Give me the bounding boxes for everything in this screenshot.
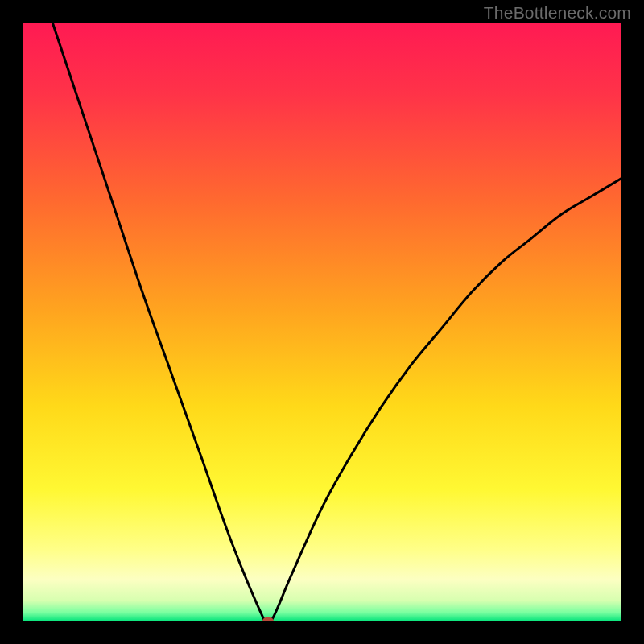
optimal-marker-icon bbox=[262, 617, 274, 621]
plot-area bbox=[23, 23, 621, 621]
watermark-label: TheBottleneck.com bbox=[484, 3, 631, 23]
bottleneck-curve bbox=[23, 23, 621, 621]
chart-frame: TheBottleneck.com bbox=[0, 0, 644, 644]
